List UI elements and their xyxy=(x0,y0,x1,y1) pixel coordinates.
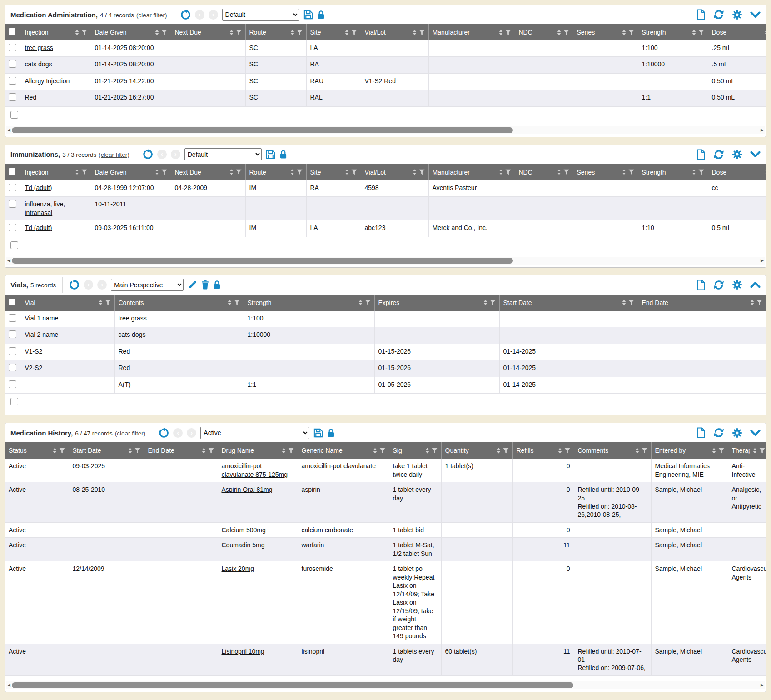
column-header-7[interactable]: NDC xyxy=(515,24,573,40)
column-header-6[interactable]: Manufacturer xyxy=(428,164,515,180)
sort-icon[interactable] xyxy=(358,300,363,305)
column-header-9[interactable]: Strength xyxy=(638,164,708,180)
prev-page-icon[interactable]: ‹ xyxy=(84,280,93,290)
next-page-icon[interactable]: › xyxy=(97,280,107,290)
sort-icon[interactable] xyxy=(557,448,563,454)
column-header-2[interactable]: Next Due xyxy=(171,24,245,40)
filter-icon[interactable] xyxy=(563,169,569,175)
row-checkbox[interactable] xyxy=(9,380,16,388)
horizontal-scrollbar[interactable]: ◀ ▶ xyxy=(6,126,765,134)
injection-link[interactable]: influenza, live, intranasal xyxy=(25,200,65,216)
sort-icon[interactable] xyxy=(621,169,627,175)
new-record-icon[interactable] xyxy=(696,149,706,160)
empty-row-checkbox[interactable] xyxy=(10,398,18,405)
sort-icon[interactable] xyxy=(227,300,233,305)
prev-page-icon[interactable]: ‹ xyxy=(173,428,183,438)
sort-icon[interactable] xyxy=(749,300,755,305)
injection-link[interactable]: Td (adult) xyxy=(25,224,52,231)
perspective-select[interactable]: Default xyxy=(222,9,299,21)
new-record-icon[interactable] xyxy=(696,427,706,438)
sort-icon[interactable] xyxy=(281,448,287,454)
filter-icon[interactable] xyxy=(419,169,425,175)
scrollbar-thumb[interactable] xyxy=(12,682,574,688)
injection-link[interactable]: cats dogs xyxy=(25,60,52,68)
sort-icon[interactable] xyxy=(691,30,697,35)
column-header-0[interactable]: Vial xyxy=(21,295,114,311)
filter-icon[interactable] xyxy=(161,169,167,175)
filter-icon[interactable] xyxy=(505,30,511,35)
column-header-8[interactable]: Comments xyxy=(574,442,651,459)
sort-icon[interactable] xyxy=(424,448,430,454)
undo-icon[interactable] xyxy=(180,10,191,20)
filter-icon[interactable] xyxy=(642,448,647,454)
sort-icon[interactable] xyxy=(621,300,627,305)
sort-icon[interactable] xyxy=(412,30,418,35)
collapse-chevron-icon[interactable] xyxy=(750,151,761,158)
lock-icon[interactable] xyxy=(317,10,325,20)
sort-icon[interactable] xyxy=(556,30,562,35)
save-icon[interactable] xyxy=(313,428,323,438)
filter-icon[interactable] xyxy=(365,300,371,305)
column-header-1[interactable]: Contents xyxy=(114,295,244,311)
perspective-select[interactable]: Active xyxy=(200,427,309,439)
injection-link[interactable]: Red xyxy=(25,94,37,101)
sort-icon[interactable] xyxy=(229,30,234,35)
column-header-10[interactable]: Dose xyxy=(708,24,766,40)
lock-icon[interactable] xyxy=(327,428,335,438)
prev-page-icon[interactable]: ‹ xyxy=(195,10,204,20)
sort-icon[interactable] xyxy=(498,30,504,35)
sort-icon[interactable] xyxy=(74,169,80,175)
horizontal-scrollbar[interactable]: ◀ ▶ xyxy=(6,257,765,265)
sort-icon[interactable] xyxy=(691,169,697,175)
undo-icon[interactable] xyxy=(69,280,80,290)
perspective-select[interactable]: Default xyxy=(184,148,262,160)
scroll-left-icon[interactable]: ◀ xyxy=(6,681,12,689)
settings-gear-icon[interactable] xyxy=(732,280,742,290)
undo-icon[interactable] xyxy=(159,428,169,438)
filter-icon[interactable] xyxy=(236,169,242,175)
filter-icon[interactable] xyxy=(432,448,438,454)
column-header-8[interactable]: Series xyxy=(573,24,638,40)
next-page-icon[interactable]: › xyxy=(171,150,180,159)
drug-name-link[interactable]: Calcium 500mg xyxy=(222,526,266,534)
sort-icon[interactable] xyxy=(98,300,104,305)
perspective-select[interactable]: Main Perspective xyxy=(111,279,184,291)
filter-icon[interactable] xyxy=(59,448,65,454)
row-checkbox[interactable] xyxy=(9,364,16,371)
column-header-4[interactable]: Site xyxy=(306,164,361,180)
column-header-5[interactable]: Sig xyxy=(389,442,441,459)
filter-icon[interactable] xyxy=(234,300,240,305)
column-header-1[interactable]: Date Given xyxy=(91,164,171,180)
column-header-4[interactable]: Start Date xyxy=(499,295,638,311)
expand-chevron-icon[interactable] xyxy=(750,281,761,288)
filter-icon[interactable] xyxy=(288,448,294,454)
column-header-3[interactable]: Route xyxy=(245,164,306,180)
clear-filter-link[interactable]: (clear filter) xyxy=(115,430,146,437)
row-checkbox[interactable] xyxy=(9,314,16,322)
sort-icon[interactable] xyxy=(289,169,295,175)
column-header-8[interactable]: Series xyxy=(573,164,638,180)
filter-icon[interactable] xyxy=(564,448,570,454)
drug-name-link[interactable]: Lisinopril 10mg xyxy=(222,648,264,655)
filter-icon[interactable] xyxy=(505,169,511,175)
scroll-right-icon[interactable]: ▶ xyxy=(759,126,765,134)
row-checkbox[interactable] xyxy=(9,330,16,338)
new-record-icon[interactable] xyxy=(696,280,706,290)
injection-link[interactable]: Allergy Injection xyxy=(25,77,70,85)
filter-icon[interactable] xyxy=(161,30,167,35)
refresh-icon[interactable] xyxy=(713,9,724,20)
prev-page-icon[interactable]: ‹ xyxy=(157,150,167,159)
refresh-icon[interactable] xyxy=(713,149,724,160)
column-header-10[interactable]: Dose xyxy=(708,164,766,180)
filter-icon[interactable] xyxy=(379,448,385,454)
save-icon[interactable] xyxy=(303,10,313,20)
clear-filter-link[interactable]: (clear filter) xyxy=(136,12,167,19)
horizontal-scrollbar[interactable]: ◀ ▶ xyxy=(6,681,765,689)
column-header-7[interactable]: Refills xyxy=(512,442,574,459)
drug-name-link[interactable]: Lasix 20mg xyxy=(222,565,254,572)
column-header-0[interactable]: Injection xyxy=(21,164,91,180)
sort-icon[interactable] xyxy=(201,448,207,454)
row-checkbox[interactable] xyxy=(9,184,16,191)
sort-icon[interactable] xyxy=(498,169,504,175)
filter-icon[interactable] xyxy=(208,448,214,454)
